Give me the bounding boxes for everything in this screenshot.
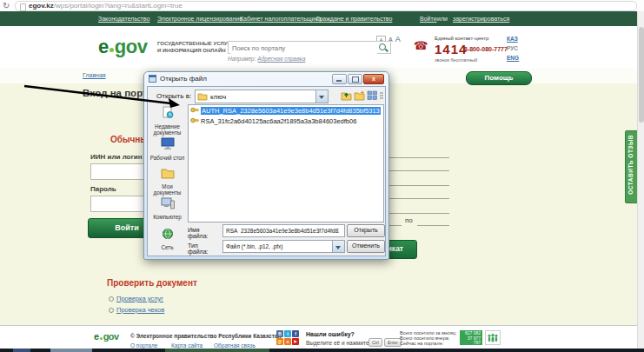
phone-long: 8-800-080-7777 — [464, 46, 508, 52]
nav-link-taxpayer[interactable]: Кабинет налогоплательщика — [240, 16, 322, 22]
social-icons: В t f @ o ▶ — [276, 330, 302, 345]
visitor-stats: 617 082 37 977 797 — [460, 330, 482, 345]
menu-icon[interactable] — [379, 90, 384, 101]
font-size-large[interactable]: A — [395, 35, 401, 43]
logo-dot-icon — [110, 48, 114, 52]
taskbar-item — [50, 349, 92, 352]
taskbar-item — [165, 349, 269, 352]
search-input[interactable] — [230, 42, 377, 54]
dialog-title: Открыть файл — [160, 75, 207, 83]
scrollbar-thumb[interactable] — [639, 27, 644, 123]
open-file-dialog: Открыть файл x Открыть в: ключ Недавние … — [143, 71, 389, 260]
ok-icon[interactable]: o — [284, 338, 291, 345]
close-icon[interactable]: x — [363, 74, 384, 84]
folder-up-icon[interactable] — [341, 90, 352, 101]
place-computer[interactable]: Компьютер — [149, 196, 186, 225]
nav-link-licensing[interactable]: Электронное лицензирование — [157, 16, 242, 22]
logo-dot-icon — [100, 337, 103, 340]
cancel-button[interactable]: Отменить — [347, 240, 385, 253]
url-path: /wps/portal/login?lang=ru&startLogin=tru… — [54, 2, 183, 10]
file-type-combobox[interactable]: Файл (*.bin, .p12, .pfx) — [222, 240, 345, 253]
browser-chrome: ↻ egov.kz/wps/portal/login?lang=ru&start… — [0, 0, 644, 12]
check-receipts-link[interactable]: Проверка чеков — [116, 306, 164, 314]
place-desktop[interactable]: Рабочий стол — [149, 136, 186, 165]
reload-icon[interactable]: ↻ — [3, 0, 10, 11]
file-row[interactable]: RSA_31fc2a6d40125ac6aa2f1895a3a3b84603ed… — [190, 116, 383, 126]
vk-icon[interactable]: В — [276, 330, 283, 337]
folder-icon — [197, 92, 208, 101]
dialog-body: Открыть в: ключ Недавние документы Рабоч… — [147, 86, 386, 256]
chevron-down-icon[interactable] — [332, 241, 344, 252]
places-sidebar: Недавние документы Рабочий стол Мои доку… — [149, 104, 186, 256]
help-button[interactable]: Помощь — [466, 71, 532, 85]
phone-icon: ☎ — [414, 39, 428, 52]
place-network[interactable]: Сеть — [149, 226, 186, 256]
stat-label-now: Сейчас на портале: — [400, 341, 443, 346]
file-type-value: Файл (*.bin, .p12, .pfx) — [226, 243, 282, 249]
dialog-titlebar[interactable]: Открыть файл x — [144, 72, 388, 86]
footer-link-feedback[interactable]: Обратная связь — [214, 342, 256, 349]
look-in-combobox[interactable]: ключ — [195, 90, 329, 103]
place-recent-documents[interactable]: Недавние документы — [149, 104, 186, 136]
views-icon[interactable] — [367, 90, 378, 101]
chevron-down-icon[interactable] — [315, 90, 328, 103]
file-row-selected[interactable]: AUTH_RSA_2328e5603a41e9e3e8b4d51e3f7d4fd… — [190, 106, 383, 116]
site-tagline: ГОСУДАРСТВЕННЫЕ УСЛУГИ И ИНФОРМАЦИЯ ОНЛА… — [157, 40, 234, 54]
url-host: egov.kz — [29, 2, 54, 10]
dialog-icon — [149, 75, 156, 83]
or-label: или — [437, 16, 448, 22]
login-link[interactable]: Войти — [420, 16, 437, 22]
scrollbar[interactable] — [637, 11, 644, 349]
breadcrumb-home-link[interactable]: Главная — [83, 72, 106, 78]
egov-logo: egov — [98, 36, 147, 58]
example-link[interactable]: Адресная справка — [257, 56, 305, 62]
login-label: ИИН или логин — [90, 153, 143, 161]
address-bar[interactable]: egov.kz/wps/portal/login?lang=ru&startLo… — [15, 1, 637, 11]
minimize-icon[interactable] — [332, 74, 347, 84]
phone-note: звонок бесплатный — [435, 57, 477, 63]
file-name-input[interactable] — [224, 225, 341, 236]
facebook-icon[interactable]: f — [292, 330, 299, 337]
bullet-icon — [109, 296, 114, 302]
nav-link-citizens[interactable]: Граждане и правительство — [316, 16, 392, 22]
new-folder-icon[interactable] — [354, 90, 365, 101]
url-text: egov.kz/wps/portal/login?lang=ru&startLo… — [29, 2, 183, 10]
key-icon — [190, 116, 199, 124]
copyright-text: © Электронное правительство Республики К… — [130, 333, 281, 339]
site-header: egov ГОСУДАРСТВЕННЫЕ УСЛУГИ И ИНФОРМАЦИЯ… — [0, 26, 644, 68]
key-icon — [190, 106, 199, 114]
recent-documents-icon — [161, 106, 175, 119]
visitors-icon — [485, 330, 501, 345]
lang-kaz[interactable]: КАЗ — [507, 36, 518, 42]
site-footer: egov © Электронное правительство Республ… — [0, 325, 644, 349]
check-document-title: Проверить документ — [107, 278, 197, 288]
mail-icon[interactable]: @ — [276, 338, 283, 345]
place-my-documents[interactable]: Мои документы — [149, 165, 186, 196]
file-list[interactable]: AUTH_RSA_2328e5603a41e9e3e8b4d51e3f7d4fd… — [188, 104, 384, 222]
youtube-icon[interactable]: ▶ — [292, 338, 299, 345]
lang-rus: РУС — [507, 45, 518, 51]
register-link[interactable]: зарегистрироваться — [453, 16, 509, 22]
footer-logo: egov — [94, 331, 119, 342]
password-label: Пароль — [90, 185, 116, 193]
taskbar-item — [13, 349, 30, 352]
taskbar — [0, 349, 644, 352]
lang-eng[interactable]: ENG — [507, 55, 519, 61]
phone-short: 1414 — [435, 42, 467, 56]
look-in-value: ключ — [210, 93, 226, 101]
enter-key: Enter — [384, 338, 402, 347]
open-button[interactable]: Открыть — [347, 224, 385, 237]
stat-value-now: 797 — [460, 341, 481, 346]
footer-link-sitemap[interactable]: Карта сайта — [171, 342, 202, 349]
feedback-tab[interactable]: ОСТАВИТЬ ОТЗЫВ — [625, 130, 638, 203]
twitter-icon[interactable]: t — [284, 330, 291, 337]
file-type-label: Тип файла: — [188, 242, 220, 255]
error-title: Нашли ошибку? — [306, 331, 355, 337]
my-documents-icon — [160, 167, 176, 179]
footer-link-about[interactable]: О портале — [130, 342, 157, 349]
maximize-icon[interactable] — [348, 74, 362, 84]
po-label: по — [405, 216, 413, 224]
check-services-link[interactable]: Проверка услуг — [116, 295, 163, 302]
nav-link-legislation[interactable]: Законодательство — [98, 16, 149, 22]
search-icon[interactable] — [379, 43, 386, 50]
